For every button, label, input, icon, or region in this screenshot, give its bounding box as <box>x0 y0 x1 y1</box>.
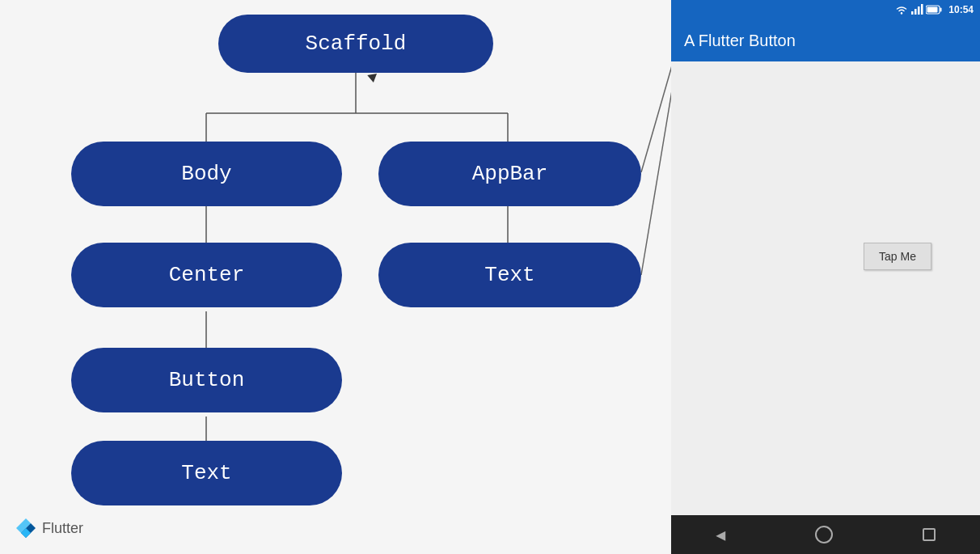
svg-line-10 <box>641 47 671 275</box>
svg-rect-21 <box>927 7 938 13</box>
phone-navbar: ◀ <box>671 515 980 554</box>
mouse-cursor <box>367 74 378 83</box>
scaffold-node: Scaffold <box>218 15 493 73</box>
svg-point-14 <box>901 12 902 14</box>
wifi-icon <box>895 3 908 16</box>
phone-status-bar: 10:54 <box>671 0 980 19</box>
svg-rect-17 <box>918 6 920 15</box>
status-icons <box>895 3 942 16</box>
phone-appbar-title: A Flutter Button <box>684 32 796 50</box>
status-time: 10:54 <box>948 4 974 15</box>
diagram-area: Scaffold Body AppBar Center Text Button … <box>0 0 671 554</box>
svg-rect-15 <box>911 11 914 15</box>
svg-rect-16 <box>915 9 917 15</box>
phone-appbar: A Flutter Button <box>671 19 980 61</box>
phone-body: Tap Me <box>671 61 980 515</box>
button-node: Button <box>71 348 342 412</box>
flutter-logo-text: Flutter <box>42 520 83 537</box>
signal-icon <box>910 3 923 16</box>
back-nav-icon[interactable]: ◀ <box>716 525 725 545</box>
home-nav-icon[interactable] <box>815 526 833 543</box>
flutter-logo-icon <box>15 517 37 539</box>
tap-me-button[interactable]: Tap Me <box>864 243 931 270</box>
recents-nav-icon[interactable] <box>923 528 936 541</box>
text-appbar-node: Text <box>378 243 641 307</box>
flutter-logo: Flutter <box>15 517 83 539</box>
svg-rect-18 <box>921 4 923 15</box>
battery-icon <box>926 5 942 15</box>
appbar-node: AppBar <box>378 142 641 206</box>
svg-rect-20 <box>940 8 942 12</box>
text-body-node: Text <box>71 441 342 505</box>
phone-panel: 10:54 A Flutter Button Tap Me ◀ <box>671 0 980 554</box>
body-node: Body <box>71 142 342 206</box>
svg-line-9 <box>641 40 671 172</box>
center-node: Center <box>71 243 342 307</box>
